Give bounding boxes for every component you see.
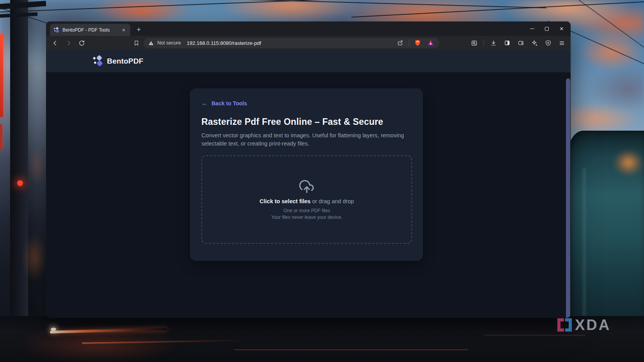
brave-shield-icon[interactable] (413, 39, 422, 47)
site-body: ← Back to Tools Rasterize Pdf Free Onlin… (46, 72, 571, 318)
bentopdf-logo[interactable]: BentoPDF (93, 55, 143, 67)
tab-close-icon[interactable]: × (121, 27, 127, 34)
divider (484, 40, 484, 46)
tool-card: ← Back to Tools Rasterize Pdf Free Onlin… (190, 89, 423, 261)
xda-bracket-left-icon (557, 318, 564, 332)
address-bar[interactable]: Not secure 192.168.0.115:8080/rasterize-… (144, 38, 439, 48)
new-tab-icon[interactable]: + (137, 26, 141, 33)
address-bar-actions (396, 39, 435, 47)
browser-toolbar: Not secure 192.168.0.115:8080/rasterize-… (46, 36, 571, 50)
vpn-shield-icon[interactable] (544, 39, 552, 47)
xda-watermark-label: XDA (575, 318, 611, 332)
bookmark-icon[interactable] (132, 39, 141, 47)
wallpaper-red-light-strip (0, 34, 3, 117)
back-to-tools-link[interactable]: ← Back to Tools (201, 100, 247, 106)
wallpaper-light-streak (484, 335, 585, 336)
sidebar-icon[interactable] (503, 39, 511, 47)
brave-rewards-icon[interactable] (426, 39, 435, 47)
divider (409, 40, 409, 46)
brand-name: BentoPDF (107, 57, 143, 66)
warning-icon (148, 39, 154, 47)
page-scrollbar[interactable] (566, 78, 570, 318)
dropzone-cta: Click to select files or drag and drop (260, 198, 354, 204)
download-icon[interactable] (489, 39, 498, 47)
dropzone-cta-rest: or drag and drop (311, 198, 354, 204)
wallpaper-orange-glow (28, 147, 46, 185)
browser-tab[interactable]: BentoPDF - PDF Tools × (50, 24, 130, 36)
window-controls: × (525, 21, 569, 36)
back-arrow-icon: ← (201, 100, 208, 106)
toolbar-right-icons (470, 39, 566, 47)
back-icon[interactable] (51, 39, 59, 47)
web-page: BentoPDF ← Back to Tools Rasterize Pdf F… (46, 50, 571, 318)
tab-title: BentoPDF - PDF Tools (62, 27, 117, 33)
url-text: 192.168.0.115:8080/rasterize-pdf (187, 40, 392, 46)
wallet-icon[interactable] (516, 39, 525, 47)
search-tabs-icon[interactable] (470, 39, 479, 47)
dropzone-cta-bold: Click to select files (260, 198, 311, 204)
back-link-label: Back to Tools (212, 100, 247, 106)
wallpaper-light-streak (234, 349, 468, 350)
wallpaper-red-light-strip (0, 124, 2, 150)
wallpaper-red-signal-light (17, 180, 23, 186)
xda-bracket-right-icon (565, 318, 572, 332)
tab-strip: BentoPDF - PDF Tools × + × (46, 21, 571, 36)
xda-watermark: XDA (557, 318, 611, 332)
cloud-upload-icon (298, 179, 315, 194)
maximize-icon[interactable] (539, 21, 554, 36)
dropzone-hint-privacy: Your files never leave your device. (271, 215, 342, 220)
share-icon[interactable] (396, 39, 404, 47)
minimize-icon[interactable] (525, 21, 539, 36)
close-icon[interactable]: × (554, 21, 569, 36)
bentopdf-logo-icon (93, 55, 103, 67)
security-label: Not secure (157, 40, 181, 46)
wallpaper-train-highlight (582, 168, 586, 316)
dropzone-hint-files: One or more PDF files (283, 208, 330, 213)
page-title: Rasterize Pdf Free Online – Fast & Secur… (201, 117, 411, 127)
forward-icon[interactable] (64, 39, 73, 47)
leo-ai-icon[interactable] (530, 39, 539, 47)
wallpaper-clouds-right (562, 0, 644, 148)
nav-buttons (51, 39, 86, 47)
file-dropzone[interactable]: Click to select files or drag and drop O… (201, 155, 412, 244)
site-header: BentoPDF (46, 50, 571, 72)
bentopdf-favicon (53, 27, 59, 33)
reload-icon[interactable] (77, 39, 86, 47)
wallpaper-train-headlight (613, 149, 644, 176)
menu-icon[interactable] (557, 39, 566, 47)
wallpaper-street-light (51, 328, 56, 331)
browser-window: BentoPDF - PDF Tools × + × (46, 21, 571, 318)
page-description: Convert vector graphics and text to imag… (201, 131, 412, 148)
wallpaper-orange-glow (23, 233, 47, 282)
